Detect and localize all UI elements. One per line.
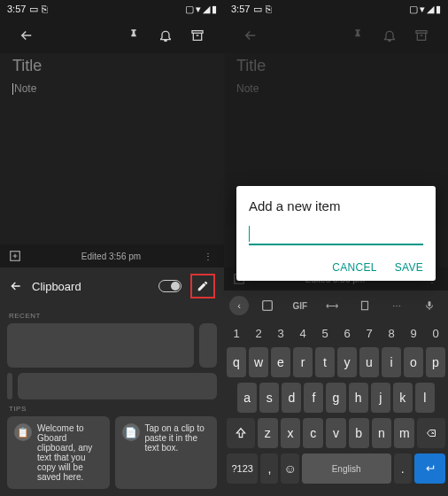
key-b[interactable]: b — [349, 418, 369, 448]
backspace-key[interactable] — [417, 418, 445, 448]
status-icon: ▢ — [185, 4, 194, 15]
dialog-title: Add a new item — [249, 198, 423, 213]
key-4[interactable]: 4 — [293, 324, 313, 342]
back-button[interactable] — [235, 19, 266, 51]
back-icon[interactable] — [9, 279, 23, 293]
svg-rect-0 — [192, 31, 203, 34]
key-k[interactable]: k — [393, 383, 413, 413]
key-l[interactable]: l — [415, 383, 435, 413]
pin-icon — [342, 19, 374, 51]
archive-icon[interactable] — [182, 19, 213, 51]
more-icon[interactable]: ⋯ — [383, 301, 411, 311]
key-o[interactable]: o — [404, 347, 423, 377]
key-q[interactable]: q — [227, 347, 246, 377]
key-y[interactable]: y — [337, 347, 357, 377]
keyboard: 1234567890 qwertyuiop asdfghjkl zxcvbnm … — [224, 321, 448, 496]
key-x[interactable]: x — [281, 418, 301, 448]
wifi-icon: ▾ — [420, 4, 425, 15]
tip-text: Welcome to Gboard clipboard, any text th… — [37, 423, 103, 482]
key-5[interactable]: 5 — [315, 324, 335, 342]
save-button[interactable]: SAVE — [395, 261, 423, 274]
back-button[interactable] — [11, 19, 42, 51]
key-u[interactable]: u — [359, 347, 379, 377]
qwerty-row-3: zxcvbnm — [227, 418, 445, 448]
note-editor[interactable]: Title Note — [0, 53, 224, 244]
key-s[interactable]: s — [259, 383, 279, 413]
key-t[interactable]: t — [315, 347, 335, 377]
note-footer: Edited 3:56 pm ⋮ — [0, 244, 224, 267]
key-v[interactable]: v — [326, 418, 346, 448]
title-input[interactable]: Title — [12, 57, 212, 75]
key-h[interactable]: h — [349, 383, 368, 413]
clipboard-toggle[interactable] — [158, 280, 182, 292]
reminder-icon[interactable] — [150, 19, 182, 51]
key-f[interactable]: f — [304, 383, 323, 413]
clip-item[interactable] — [7, 373, 12, 399]
battery-icon: ▮ — [436, 4, 441, 15]
tip-item[interactable]: 📄 Tap on a clip to paste it in the text … — [115, 416, 218, 489]
note-toolbar — [0, 18, 224, 53]
space-key[interactable]: English — [302, 453, 391, 484]
key-7[interactable]: 7 — [359, 324, 379, 342]
key-g[interactable]: g — [326, 383, 345, 413]
gif-button[interactable]: GIF — [287, 301, 314, 311]
clipboard-icon[interactable] — [351, 299, 379, 312]
key-p[interactable]: p — [426, 347, 445, 377]
edited-label: Edited 3:56 pm — [21, 252, 201, 261]
clipboard-edit-button[interactable] — [190, 274, 215, 298]
key-e[interactable]: e — [271, 347, 290, 377]
period-key[interactable]: . — [394, 453, 412, 484]
mic-icon[interactable] — [416, 299, 444, 312]
tip-text: Tap on a clip to paste it in the text bo… — [145, 423, 211, 482]
key-z[interactable]: z — [258, 418, 278, 448]
key-3[interactable]: 3 — [271, 324, 290, 342]
add-box-icon[interactable] — [9, 250, 21, 262]
shift-key[interactable] — [227, 418, 255, 448]
key-0[interactable]: 0 — [426, 324, 445, 342]
clipboard-body: RECENT TIPS 📋 Welcome to Gboard clipboar… — [0, 305, 224, 496]
comma-key[interactable]: , — [260, 453, 278, 484]
emoji-key[interactable]: ☺ — [281, 453, 298, 484]
key-a[interactable]: a — [237, 383, 257, 413]
status-icon: ⎘ — [266, 4, 272, 14]
key-c[interactable]: c — [303, 418, 323, 448]
key-m[interactable]: m — [394, 418, 414, 448]
translate-icon[interactable]: ⟷ — [319, 301, 346, 311]
key-n[interactable]: n — [372, 418, 392, 448]
clip-item[interactable] — [18, 373, 217, 399]
note-input[interactable]: Note — [12, 82, 212, 95]
svg-rect-4 — [263, 301, 273, 311]
battery-icon: ▮ — [212, 4, 217, 15]
key-1[interactable]: 1 — [227, 324, 246, 342]
tip-item[interactable]: 📋 Welcome to Gboard clipboard, any text … — [7, 416, 110, 489]
key-r[interactable]: r — [293, 347, 313, 377]
sticker-icon[interactable] — [254, 298, 282, 313]
wifi-icon: ▾ — [196, 4, 201, 15]
bottom-row: ?123 , ☺ English . — [227, 453, 445, 484]
clipboard-icon: 📋 — [14, 423, 32, 441]
enter-key[interactable] — [414, 453, 445, 484]
key-i[interactable]: i — [382, 347, 401, 377]
symbols-key[interactable]: ?123 — [227, 453, 258, 484]
status-icon: ▭ — [29, 4, 38, 15]
clip-item[interactable] — [199, 323, 217, 368]
chevron-left-icon[interactable]: ‹ — [229, 296, 249, 315]
key-w[interactable]: w — [249, 347, 268, 377]
key-2[interactable]: 2 — [249, 324, 268, 342]
signal-icon: ◢ — [427, 4, 434, 15]
key-d[interactable]: d — [282, 383, 301, 413]
pin-icon[interactable] — [118, 19, 150, 51]
qwerty-row-2: asdfghjkl — [227, 383, 445, 413]
svg-rect-5 — [361, 301, 367, 309]
key-8[interactable]: 8 — [382, 324, 401, 342]
key-6[interactable]: 6 — [337, 324, 357, 342]
dialog-input[interactable] — [249, 226, 423, 245]
cancel-button[interactable]: CANCEL — [332, 261, 376, 274]
key-9[interactable]: 9 — [404, 324, 423, 342]
more-icon[interactable]: ⋮ — [201, 252, 215, 261]
archive-icon — [406, 19, 437, 51]
clip-item[interactable] — [7, 323, 194, 368]
key-j[interactable]: j — [371, 383, 390, 413]
paste-icon: 📄 — [122, 423, 140, 441]
add-item-dialog: Add a new item CANCEL SAVE — [236, 186, 436, 281]
